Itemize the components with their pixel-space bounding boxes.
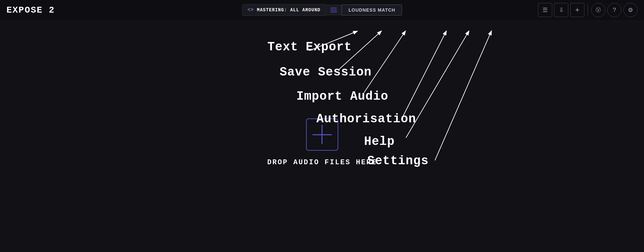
drop-zone-label: DROP AUDIO FILES HERE	[267, 158, 377, 166]
text-export-button[interactable]: ☰	[538, 3, 552, 17]
authorisation-button[interactable]: Ⓥ	[591, 3, 605, 17]
header: EXPOSE 2 <> MASTERING: ALL AROUND LOUDNE…	[0, 0, 644, 20]
settings-icon: ⚙	[628, 6, 633, 14]
drop-zone-icon	[306, 118, 338, 151]
import-audio-icon: +	[575, 6, 580, 14]
hamburger-line-3	[331, 12, 337, 12]
header-divider	[588, 4, 588, 16]
session-button[interactable]: <> MASTERING: ALL AROUND	[242, 4, 326, 16]
drop-zone[interactable]: DROP AUDIO FILES HERE	[267, 118, 377, 166]
hamburger-line-1	[331, 8, 337, 8]
save-session-icon: ⇩	[559, 6, 564, 14]
main-content: DROP AUDIO FILES HERE	[0, 20, 644, 252]
header-center: <> MASTERING: ALL AROUND LOUDNESS MATCH	[242, 4, 402, 16]
app-title: EXPOSE 2	[6, 5, 55, 15]
hamburger-line-2	[331, 10, 337, 10]
text-export-icon: ☰	[543, 6, 548, 14]
settings-button[interactable]: ⚙	[623, 3, 638, 17]
authorisation-icon: Ⓥ	[596, 7, 601, 14]
help-icon: ?	[613, 7, 616, 14]
code-icon: <>	[247, 7, 254, 13]
help-button[interactable]: ?	[607, 3, 621, 17]
header-right: ☰ ⇩ + Ⓥ ? ⚙	[538, 3, 638, 17]
import-audio-button[interactable]: +	[570, 3, 584, 17]
loudness-match-button[interactable]: LOUDNESS MATCH	[342, 5, 402, 15]
save-session-button[interactable]: ⇩	[554, 3, 568, 17]
session-name: MASTERING: ALL AROUND	[257, 7, 320, 13]
hamburger-button[interactable]	[326, 5, 342, 15]
